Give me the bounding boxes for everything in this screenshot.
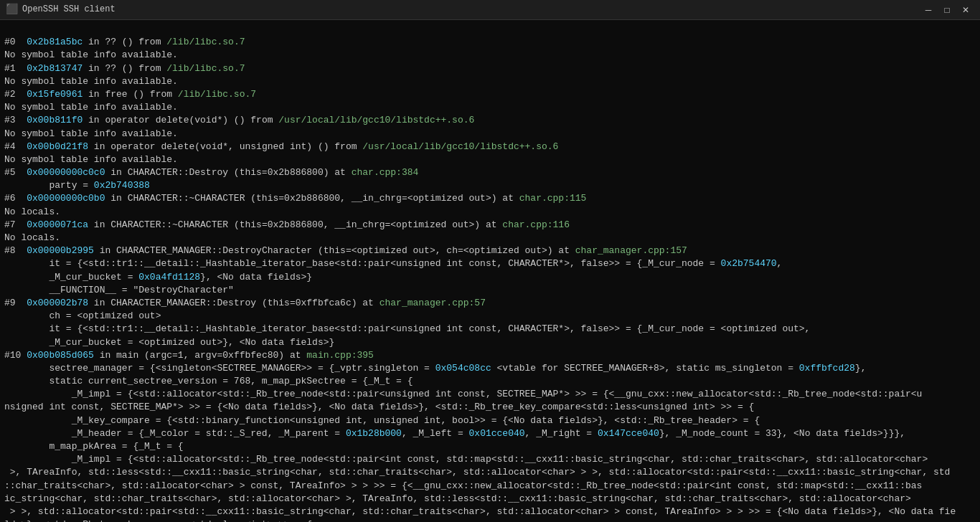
terminal-text-part: in CHARACTER::~CHARACTER (this=0x2b88680… xyxy=(88,219,502,230)
terminal-text-part: 0x00000000c0c0 xyxy=(27,167,105,178)
terminal-text-part: /lib/libc.so.7 xyxy=(166,63,245,74)
terminal-text-part: , _M_left = xyxy=(402,428,469,439)
terminal-text-part: in operator delete(void*) () from xyxy=(83,115,278,125)
terminal-text-part: it = {<std::tr1::__detail::_Hashtable_it… xyxy=(4,258,721,269)
terminal-text-part: 0x15fe0961 xyxy=(27,89,83,100)
terminal-text-part: 0x0000071ca xyxy=(27,219,88,230)
terminal-text-part: /lib/libc.so.7 xyxy=(178,89,256,100)
terminal-line: _M_impl = {<std::allocator<std::_Rb_tree… xyxy=(4,388,976,401)
terminal-line: nsigned int const, SECTREE_MAP*> >> = {<… xyxy=(4,401,976,414)
terminal-text-part: 0x00b085d065 xyxy=(27,350,94,361)
terminal-text-part: in main (argc=1, argv=0xffbfec80) at xyxy=(94,350,306,361)
terminal-line: #2 0x15fe0961 in free () from /lib/libc.… xyxy=(4,88,976,101)
terminal-text-part: , _M_right = xyxy=(525,428,598,439)
terminal-line: _M_impl = {<std::allocator<std::_Rb_tree… xyxy=(4,453,976,466)
minimize-button[interactable]: ─ xyxy=(920,3,937,17)
terminal-text-part: 0x00000000c0b0 xyxy=(27,193,105,204)
terminal-line: No locals. xyxy=(4,206,976,219)
terminal-text-part: in CHARACTER::Destroy (this=0x2b886800) … xyxy=(105,167,351,178)
terminal-line: #9 0x000002b78 in CHARACTER_MANAGER::Des… xyxy=(4,297,976,310)
terminal-text-part: #1 xyxy=(4,63,27,74)
terminal-text-part: #6 xyxy=(4,193,27,204)
terminal-text-part: #10 xyxy=(4,350,27,361)
terminal-text-part: #2 xyxy=(4,89,27,100)
terminal-text-part: 0x00b811f0 xyxy=(27,115,83,125)
terminal-line: > >, std::allocator<std::pair<std::__cxx… xyxy=(4,506,976,518)
terminal-line: #1 0x2b813747 in ?? () from /lib/libc.so… xyxy=(4,62,976,75)
terminal-line: #3 0x00b811f0 in operator delete(void*) … xyxy=(4,114,976,127)
terminal-text-part: char_manager.cpp:57 xyxy=(380,298,486,308)
terminal-line: No symbol table info available. xyxy=(4,49,976,62)
terminal-text-part: _M_cur_bucket = xyxy=(4,272,138,283)
terminal-text-part: in ?? () from xyxy=(83,37,166,47)
terminal-line: party = 0x2b740388 xyxy=(4,179,976,192)
terminal-line: _M_cur_bucket = 0x0a4fd1128}, <No data f… xyxy=(4,271,976,284)
terminal-line: >, TAreaInfo, std::less<std::__cxx11::ba… xyxy=(4,466,976,479)
terminal-line: _M_cur_bucket = <optimized out>}, <No da… xyxy=(4,336,976,349)
terminal-text-part: , xyxy=(777,258,783,269)
terminal-text-part: 0x000002b78 xyxy=(27,298,88,308)
terminal-line: #0 0x2b81a5bc in ?? () from /lib/libc.so… xyxy=(4,36,976,49)
terminal-line: ::char_traits<char>, std::allocator<char… xyxy=(4,480,976,493)
terminal-text-part: char.cpp:384 xyxy=(352,167,419,178)
terminal-text-part: }, <No data fields>} xyxy=(200,272,312,283)
terminal-line: _M_header = {_M_color = std::_S_red, _M_… xyxy=(4,427,976,440)
terminal-text-part: 0xffbfcd28 xyxy=(799,363,855,374)
terminal-line: #5 0x00000000c0c0 in CHARACTER::Destroy … xyxy=(4,166,976,179)
terminal-line: lds>}, <std::_Rb_tree_key_compare<std::l… xyxy=(4,518,976,522)
terminal-text-part: 0x054c08cc xyxy=(435,363,491,374)
terminal-line: #10 0x00b085d065 in main (argc=1, argv=0… xyxy=(4,349,976,362)
terminal-line: m_map_pkArea = {_M_t = { xyxy=(4,440,976,453)
terminal-line: sectree_manager = {<singleton<SECTREE_MA… xyxy=(4,362,976,375)
terminal-line: #7 0x0000071ca in CHARACTER::~CHARACTER … xyxy=(4,219,976,232)
terminal-text-part: 0x2b813747 xyxy=(27,63,83,74)
terminal-text-part: char_manager.cpp:157 xyxy=(575,245,687,256)
terminal-line: No symbol table info available. xyxy=(4,75,976,88)
terminal-text-part: /lib/libc.so.7 xyxy=(166,37,245,47)
maximize-button[interactable]: □ xyxy=(938,3,956,17)
terminal-text-part: party = xyxy=(4,180,94,191)
terminal-text-part: #3 xyxy=(4,115,27,125)
terminal-text-part: in free () from xyxy=(83,89,178,100)
terminal-text-part: main.cpp:395 xyxy=(306,350,374,361)
terminal-text-part: in CHARACTER_MANAGER::Destroy (this=0xff… xyxy=(88,298,380,308)
terminal[interactable]: #0 0x2b81a5bc in ?? () from /lib/libc.so… xyxy=(0,20,980,522)
title-bar-left: ⬛ OpenSSH SSH client xyxy=(6,3,116,17)
terminal-line: it = {<std::tr1::__detail::_Hashtable_it… xyxy=(4,323,976,336)
terminal-line: No symbol table info available. xyxy=(4,101,976,114)
terminal-line: No symbol table info available. xyxy=(4,153,976,166)
terminal-line: ic_string<char, std::char_traits<char>, … xyxy=(4,493,976,506)
terminal-text-part: 0x2b81a5bc xyxy=(27,37,83,47)
terminal-text-part: 0x00000b2995 xyxy=(27,245,94,256)
terminal-line: _M_key_compare = {<std::binary_function<… xyxy=(4,414,976,427)
window-title: OpenSSH SSH client xyxy=(22,4,116,16)
terminal-text-part: 0x2b740388 xyxy=(94,180,150,191)
terminal-line: __FUNCTION__ = "DestroyCharacter" xyxy=(4,284,976,297)
terminal-text-part: in operator delete(void*, unsigned int) … xyxy=(88,141,362,152)
terminal-text-part: #7 xyxy=(4,219,27,230)
terminal-text-part: #0 xyxy=(4,37,27,47)
terminal-text-part: 0x0a4fd1128 xyxy=(138,272,200,283)
terminal-text-part: #8 xyxy=(4,245,27,256)
terminal-text-part: #5 xyxy=(4,167,27,178)
terminal-text-part: 0x2b754470 xyxy=(721,258,777,269)
terminal-text-part: 0x1b28b000 xyxy=(346,428,402,439)
terminal-text-part: in ?? () from xyxy=(83,63,166,74)
terminal-line: No symbol table info available. xyxy=(4,128,976,141)
terminal-text-part: char.cpp:116 xyxy=(502,219,570,230)
terminal-line: #6 0x00000000c0b0 in CHARACTER::~CHARACT… xyxy=(4,192,976,205)
close-button[interactable]: ✕ xyxy=(957,3,974,17)
title-bar: ⬛ OpenSSH SSH client ─ □ ✕ xyxy=(0,0,980,20)
title-bar-controls: ─ □ ✕ xyxy=(920,3,974,17)
terminal-line: #8 0x00000b2995 in CHARACTER_MANAGER::De… xyxy=(4,245,976,257)
terminal-text-part: }, _M_node_count = 33}, <No data fields>… xyxy=(659,428,905,439)
terminal-text-part: sectree_manager = {<singleton<SECTREE_MA… xyxy=(4,363,435,374)
terminal-line: ch = <optimized out> xyxy=(4,310,976,323)
app-icon: ⬛ xyxy=(6,3,18,17)
terminal-text-part: <vtable for SECTREE_MANAGER+8>, static m… xyxy=(491,363,799,374)
terminal-text-part: 0x00b0d21f8 xyxy=(27,141,88,152)
terminal-text-part: in CHARACTER_MANAGER::DestroyCharacter (… xyxy=(94,245,575,256)
terminal-text-part: 0x01cce040 xyxy=(469,428,525,439)
terminal-text-part: /usr/local/lib/gcc10/libstdc++.so.6 xyxy=(278,115,474,125)
terminal-text-part: /usr/local/lib/gcc10/libstdc++.so.6 xyxy=(362,141,558,152)
